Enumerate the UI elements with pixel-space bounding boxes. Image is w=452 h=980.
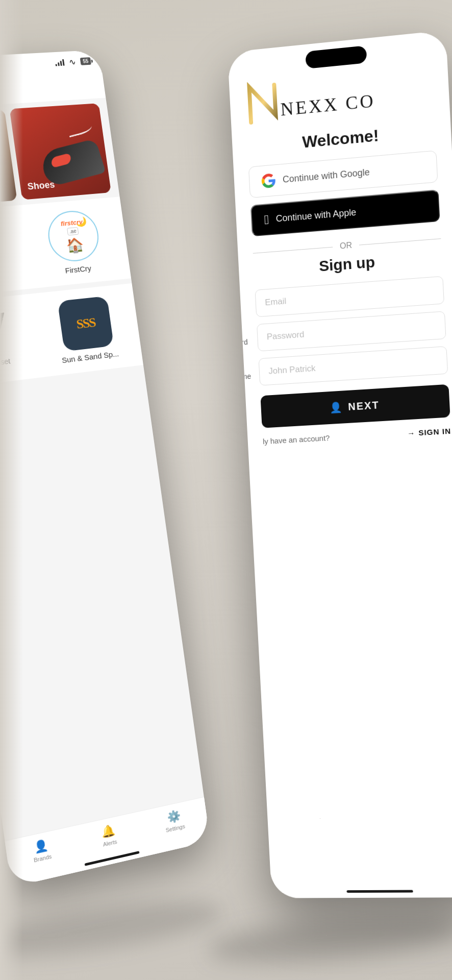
sss-box: SSS [58,296,114,352]
brand-sss[interactable]: SSS Sun & Sand Sp... [38,294,134,366]
gold-n-svg [244,79,281,128]
signal-bars [55,59,64,66]
shoes-label: Shoes [27,180,56,192]
signin-link[interactable]: → SIGN IN [407,427,451,438]
signin-arrow-icon: → [407,428,416,437]
firstcry-ae: .ae [67,227,79,235]
signup-section: Sign up ord ame 👤 NEXT [239,247,452,429]
category-card-shoes[interactable]: Shoes [10,103,111,200]
or-line-left [253,247,333,253]
nav-alerts-label: Alerts [103,839,117,848]
google-icon [261,173,276,188]
gear-icon: ⚙️ [166,809,181,825]
battery-indicator: 55 [80,57,91,65]
apple-icon:  [264,213,269,226]
email-input[interactable] [255,276,444,317]
firstcry-inner: 🌙 firstcry .ae 🏠 [46,210,101,262]
sss-name: Sun & Sand Sp... [61,349,119,364]
nav-item-settings[interactable]: ⚙️ Settings [140,803,208,842]
sss-logo-text: SSS [76,315,96,332]
google-button-label: Continue with Google [282,167,370,185]
home-indicator [346,890,413,893]
or-text: OR [340,241,353,251]
or-line-right [359,238,441,246]
apple-button-label: Continue with Apple [275,207,357,224]
nav-item-alerts[interactable]: 🔔 Alerts [74,818,144,857]
already-account-text: ly have an account? [263,433,330,446]
signin-label: SIGN IN [418,427,451,437]
wifi-icon: ∿ [68,57,76,67]
nav-brands-label: Brands [33,853,52,863]
logo-gold-letter [244,79,281,128]
firstcry-circle: 🌙 firstcry .ae 🏠 [45,209,102,263]
moon-icon: 🌙 [75,216,87,228]
apple-signin-button[interactable]:  Continue with Apple [250,189,440,236]
bell-icon: 🔔 [101,823,116,840]
next-button-label: NEXT [348,399,380,413]
logo-text: NEXX CO [279,75,375,120]
left-edge-mask [0,0,23,980]
brand-firstcry[interactable]: 🌙 firstcry .ae 🏠 FirstCry [26,207,122,278]
person-add-icon: 👤 [329,401,343,414]
building-icon: 🏠 [65,236,85,254]
person-icon: 👤 [33,838,49,854]
firstcry-name: FirstCry [64,264,91,275]
